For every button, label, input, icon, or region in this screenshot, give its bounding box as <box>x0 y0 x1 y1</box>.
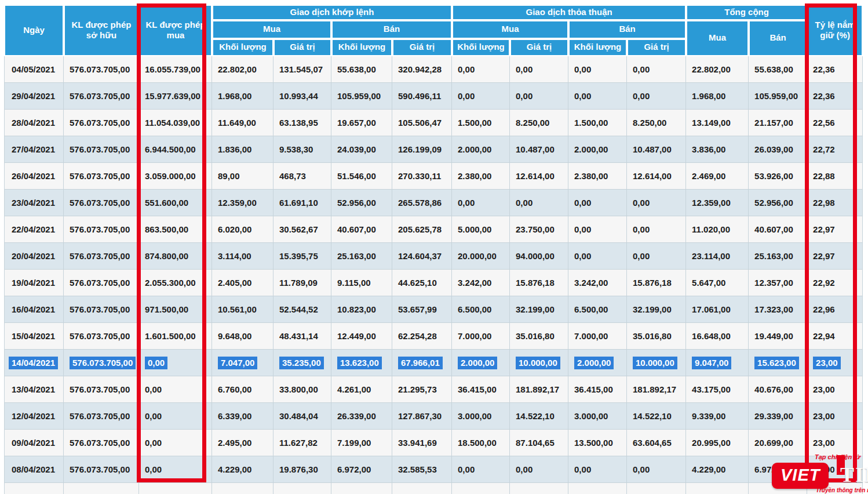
cell-holding-ratio: 22,72 <box>807 136 863 163</box>
cell-allowed-own: 576.073.705,00 <box>64 430 139 456</box>
cell-matched-buy-value: 48.431,14 <box>273 323 331 350</box>
cell-value: 40.676,00 <box>754 384 793 394</box>
cell-value: 55.638,00 <box>754 64 793 74</box>
table-row[interactable]: 14/04/2021576.073.705,000,007.047,0035.2… <box>4 350 863 376</box>
cell-holding-ratio: 22,97 <box>807 243 863 270</box>
cell-value: 0,00 <box>633 198 650 208</box>
cell-value: 576.073.705,00 <box>70 384 130 394</box>
cell-allowed-buy: 6.944.500,00 <box>139 136 212 163</box>
table-row[interactable]: 20/04/2021576.073.705,00874.800,003.114,… <box>4 243 863 270</box>
cell-value: 4.229,00 <box>692 464 725 474</box>
cell-value: 22,56 <box>813 118 835 128</box>
cell-date: 12/04/2021 <box>4 403 64 430</box>
cell-negotiated-buy-value: 14.522,10 <box>510 403 568 430</box>
cell-value: 3.242,00 <box>574 278 608 288</box>
cell-value: 576.073.705,00 <box>70 357 136 369</box>
cell-negotiated-buy-value: 0,00 <box>510 456 568 483</box>
cell-value: 576.073.705,00 <box>70 278 130 288</box>
cell-allowed-buy: 0,00 <box>139 350 212 376</box>
cell-value: 576.073.705,00 <box>70 411 130 421</box>
cell-total-buy: 22.802,00 <box>686 56 749 83</box>
cell-negotiated-buy-volume: 36.415,00 <box>452 376 510 403</box>
cell-value: 7.000,00 <box>574 331 608 341</box>
cell-value: 265.578,86 <box>398 198 442 208</box>
cell-allowed-own: 576.073.705,00 <box>64 190 139 216</box>
cell-value: 576.073.705,00 <box>70 331 130 341</box>
cell-value: 6.944.500,00 <box>145 144 196 154</box>
cell-value: 35.235,00 <box>279 357 324 369</box>
cell-matched-buy-volume: 6.760,00 <box>212 376 273 403</box>
cell-matched-sell-value: 67.966,01 <box>392 350 452 376</box>
cell-value: 6.020,00 <box>218 224 251 234</box>
table-row[interactable]: 04/05/2021576.073.705,0016.055.739,0022.… <box>4 56 863 83</box>
cell-value: 3.000,00 <box>574 411 608 421</box>
col-subheader-matched-sell-volume: Khối lượng <box>331 39 392 56</box>
cell-value: 04/05/2021 <box>12 64 55 74</box>
table-row[interactable]: 23/04/2021576.073.705,00551.600,0012.359… <box>4 190 863 216</box>
cell-value: 22,97 <box>813 251 835 261</box>
cell-value: 10.000,00 <box>633 357 677 369</box>
table-row[interactable]: 08/04/2021576.073.705,000,004.229,0019.8… <box>4 456 863 483</box>
table-row[interactable]: 19/04/2021576.073.705,002.055.300,002.40… <box>4 270 863 296</box>
cell-matched-sell-value: 126.199,09 <box>392 136 452 163</box>
cell-negotiated-sell-volume: 2.380,00 <box>568 163 627 190</box>
cell-value: 25.163,00 <box>754 251 793 261</box>
table-row[interactable]: 27/04/2021576.073.705,006.944.500,001.83… <box>4 136 863 163</box>
cell-negotiated-buy-value: 87.104,65 <box>510 430 568 456</box>
cell-value: 576.073.705,00 <box>70 171 130 181</box>
table-row[interactable]: 13/04/2021576.073.705,000,006.760,0033.8… <box>4 376 863 403</box>
cell-matched-sell-value: 21.295,73 <box>392 376 452 403</box>
cell-value: 576.073.705,00 <box>70 198 130 208</box>
cell-negotiated-buy-volume: 3.000,00 <box>452 403 510 430</box>
cell-value: 2.380,00 <box>458 171 491 181</box>
col-subheader-negotiated-sell-volume: Khối lượng <box>568 39 627 56</box>
cell-total-buy: 23.114,00 <box>686 243 749 270</box>
cell-value: 25.163,00 <box>337 251 376 261</box>
cell-value: 2.000,00 <box>458 144 491 154</box>
table-row[interactable]: 16/04/2021576.073.705,00971.500,0010.561… <box>4 296 863 323</box>
cell-negotiated-sell-value: 0,00 <box>627 83 686 110</box>
cell-total-buy: 2.469,00 <box>686 163 749 190</box>
cell-value: 6.500,00 <box>458 304 491 314</box>
table-row[interactable]: 29/04/2021576.073.705,0015.977.639,001.9… <box>4 83 863 110</box>
cell-value: 15.395,75 <box>279 251 318 261</box>
cell-value: 12.359,00 <box>218 198 257 208</box>
cell-allowed-buy <box>139 483 212 494</box>
cell-value: 6.339,00 <box>218 411 251 421</box>
table-row[interactable]: 22/04/2021576.073.705,00863.500,006.020,… <box>4 216 863 243</box>
cell-total-sell: 29.339,00 <box>749 403 807 430</box>
cell-allowed-own: 576.073.705,00 <box>64 296 139 323</box>
cell-value: 0,00 <box>574 224 591 234</box>
cell-allowed-own: 576.073.705,00 <box>64 110 139 136</box>
cell-holding-ratio: 22,96 <box>807 296 863 323</box>
table-row[interactable]: 26/04/2021576.073.705,003.059.000,0089,0… <box>4 163 863 190</box>
cell-matched-sell-volume: 25.163,00 <box>331 243 392 270</box>
cell-value: 10.000,00 <box>516 357 560 369</box>
cell-matched-buy-value: 30.562,67 <box>273 216 331 243</box>
cell-date: 14/04/2021 <box>4 350 64 376</box>
table-row-partial[interactable] <box>4 483 863 494</box>
cell-value: 36.415,00 <box>574 384 613 394</box>
cell-negotiated-sell-volume: 0,00 <box>568 56 627 83</box>
cell-matched-buy-volume: 7.047,00 <box>212 350 273 376</box>
cell-negotiated-sell-volume: 0,00 <box>568 456 627 483</box>
cell-holding-ratio: 22,36 <box>807 83 863 110</box>
cell-value: 9.648,00 <box>218 331 251 341</box>
cell-date <box>4 483 64 494</box>
cell-value: 26.039,00 <box>754 144 793 154</box>
cell-matched-buy-value: 35.235,00 <box>273 350 331 376</box>
table-row[interactable]: 28/04/2021576.073.705,0011.054.039,0011.… <box>4 110 863 136</box>
cell-negotiated-buy-value: 0,00 <box>510 190 568 216</box>
table-row[interactable]: 09/04/2021576.073.705,000,002.495,0011.6… <box>4 430 863 456</box>
cell-value: 23/04/2021 <box>12 198 55 208</box>
cell-value: 22,88 <box>813 171 835 181</box>
col-subheader-matched-sell: Bán <box>331 20 452 39</box>
cell-allowed-own: 576.073.705,00 <box>64 350 139 376</box>
cell-matched-sell-volume: 19.657,00 <box>331 110 392 136</box>
cell-value: 0,00 <box>633 64 650 74</box>
cell-negotiated-buy-value: 8.250,00 <box>510 110 568 136</box>
cell-value: 29.339,00 <box>754 411 793 421</box>
table-row[interactable]: 15/04/2021576.073.705,001.601.500,009.64… <box>4 323 863 350</box>
table-row[interactable]: 12/04/2021576.073.705,000,006.339,0030.4… <box>4 403 863 430</box>
cell-value: 19/04/2021 <box>12 278 55 288</box>
